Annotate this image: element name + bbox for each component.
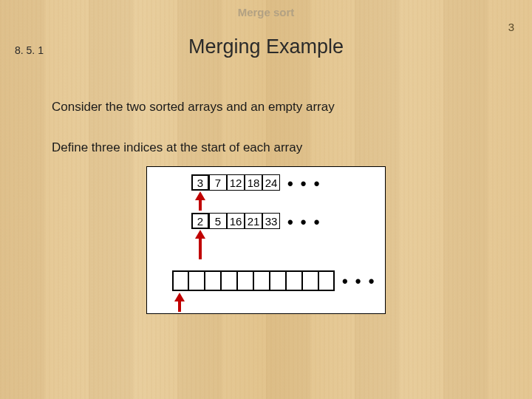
array-cell-empty (205, 270, 221, 291)
array-cell-empty (318, 270, 335, 291)
array-cell: 2 (191, 213, 209, 229)
body-paragraph-1: Consider the two sorted arrays and an em… (52, 100, 335, 115)
array-cell-empty (302, 270, 318, 291)
array-cell: 7 (209, 174, 227, 191)
ellipsis-icon: • • • (287, 174, 321, 194)
page-number: 3 (508, 21, 514, 33)
array-cell-empty (221, 270, 237, 291)
array-cell: 21 (245, 213, 262, 229)
array-cell-empty (253, 270, 270, 291)
array-cell: 18 (245, 174, 262, 191)
header-top-title: Merge sort (0, 6, 532, 18)
pointer-arrow-2 (196, 230, 205, 259)
body-paragraph-2: Define three indices at the start of eac… (52, 140, 302, 155)
array-cell: 5 (209, 213, 227, 229)
array-cell: 24 (262, 174, 280, 191)
array-cell: 3 (191, 174, 209, 191)
ellipsis-icon: • • • (287, 213, 321, 232)
array-2: 2 5 16 21 33 (191, 213, 280, 229)
array-cell-empty (286, 270, 302, 291)
array-cell-empty (270, 270, 286, 291)
array-3-empty (172, 270, 335, 291)
ellipsis-icon: • • • (342, 272, 375, 291)
pointer-arrow-1 (196, 191, 205, 211)
array-1: 3 7 12 18 24 (191, 174, 280, 191)
merge-diagram: 3 7 12 18 24 • • • 2 5 16 21 33 • • • • … (146, 166, 386, 314)
slide-title: Merging Example (0, 35, 532, 58)
array-cell: 12 (227, 174, 245, 191)
array-cell-empty (188, 270, 205, 291)
array-cell: 33 (262, 213, 280, 229)
array-cell-empty (237, 270, 253, 291)
pointer-arrow-3 (175, 293, 184, 312)
array-cell: 16 (227, 213, 245, 229)
array-cell-empty (172, 270, 188, 291)
